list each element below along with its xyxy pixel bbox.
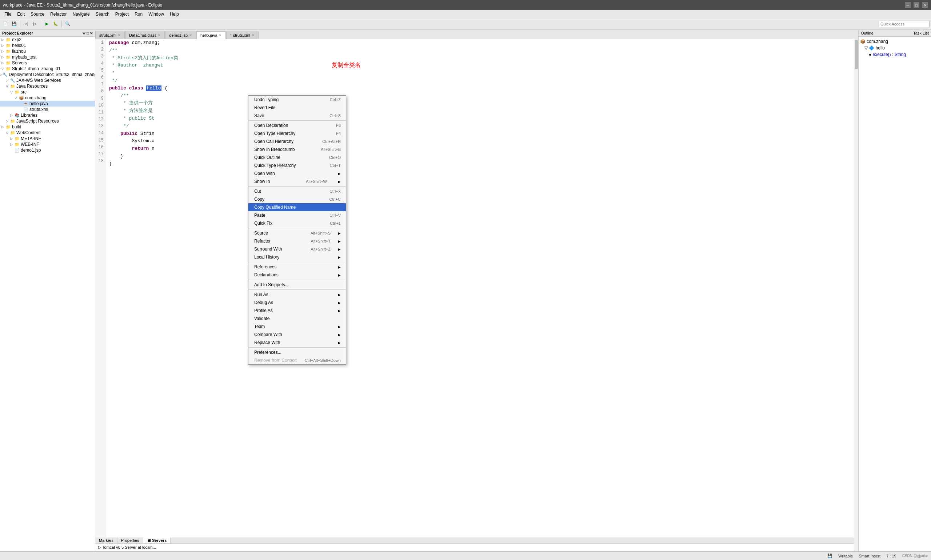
forward-button[interactable]: ▷ bbox=[31, 20, 39, 28]
ctx-open-call-hierarchy[interactable]: Open Call Hierarchy Ctrl+Alt+H bbox=[248, 137, 346, 145]
tree-item-demo1jsp[interactable]: ▷ 📄 demo1.jsp bbox=[0, 147, 95, 153]
ctx-copy[interactable]: Copy Ctrl+C bbox=[248, 195, 346, 203]
tab-struts-xml-modified[interactable]: * struts.xml ✕ bbox=[226, 31, 259, 39]
ctx-undo-typing[interactable]: Undo Typing Ctrl+Z bbox=[248, 95, 346, 104]
menu-source[interactable]: Source bbox=[28, 11, 47, 17]
ctx-source[interactable]: Source Alt+Shift+S ▶ bbox=[248, 229, 346, 237]
ctx-open-type-hierarchy[interactable]: Open Type Hierarchy F4 bbox=[248, 129, 346, 137]
tree-item-jsresources[interactable]: ▷ 📁 JavaScript Resources bbox=[0, 118, 95, 124]
tree-item-java-resources[interactable]: ▽ 📁 Java Resources bbox=[0, 83, 95, 89]
tree-item-jaxws[interactable]: ▷ 🔧 JAX-WS Web Services bbox=[0, 77, 95, 83]
save-button[interactable]: 💾 bbox=[10, 20, 18, 28]
tab-datacrud[interactable]: DataCrud.class ✕ bbox=[125, 31, 165, 39]
menu-help[interactable]: Help bbox=[167, 11, 182, 17]
tree-item-metainf[interactable]: ▷ 📁 META-INF bbox=[0, 135, 95, 142]
ctx-validate[interactable]: Validate bbox=[248, 315, 346, 323]
maximize-button[interactable]: □ bbox=[914, 2, 919, 8]
tree-item-deployment[interactable]: ▷ 🔧 Deployment Descriptor: Struts2_ithma… bbox=[0, 72, 95, 77]
run-button[interactable]: ▶ bbox=[43, 20, 51, 28]
close-button[interactable]: ✕ bbox=[922, 2, 928, 8]
explorer-tree[interactable]: ▷ 📁 exp2 ▷ 📁 hello01 ▷ 📁 liuzhou ▷ 📁 my bbox=[0, 37, 95, 551]
outline-class[interactable]: ▽ 🔷 hello bbox=[860, 45, 929, 51]
ctx-run-as[interactable]: Run As ▶ bbox=[248, 291, 346, 298]
outline-task-list[interactable]: Task List bbox=[913, 31, 929, 35]
ctx-show-in-breadcrumb[interactable]: Show in Breadcrumb Alt+Shift+B bbox=[248, 145, 346, 154]
bottom-panel-wrapper: Markers Properties 🖥 Servers ▷ Tomcat v8… bbox=[95, 537, 854, 551]
menu-edit[interactable]: Edit bbox=[14, 11, 28, 17]
tree-item-build[interactable]: ▷ 📁 build bbox=[0, 124, 95, 130]
ctx-open-with[interactable]: Open With ▶ bbox=[248, 169, 346, 177]
tree-item-webinf[interactable]: ▷ 📁 WEB-INF bbox=[0, 142, 95, 147]
ctx-surround-with[interactable]: Surround With Alt+Shift+Z ▶ bbox=[248, 245, 346, 253]
tree-item-webcontent[interactable]: ▽ 📁 WebContent bbox=[0, 130, 95, 135]
ctx-paste[interactable]: Paste Ctrl+V bbox=[248, 211, 346, 219]
tab-close-icon[interactable]: ✕ bbox=[158, 34, 161, 37]
tab-close-icon[interactable]: ✕ bbox=[118, 34, 121, 37]
menu-file[interactable]: File bbox=[2, 11, 14, 17]
vertical-scrollbar[interactable] bbox=[854, 39, 858, 551]
minimize-button[interactable]: ─ bbox=[905, 2, 911, 8]
tree-item-mybatis[interactable]: ▷ 📁 mybatis_test bbox=[0, 54, 95, 60]
menu-project[interactable]: Project bbox=[112, 11, 132, 17]
tab-hellojava[interactable]: hello.java ✕ bbox=[196, 31, 225, 39]
tab-close-icon[interactable]: ✕ bbox=[252, 34, 255, 37]
tab-demo1jsp[interactable]: demo1.jsp ✕ bbox=[165, 31, 196, 39]
ctx-show-in[interactable]: Show In Alt+Shift+W ▶ bbox=[248, 177, 346, 185]
ctx-quick-outline[interactable]: Quick Outline Ctrl+O bbox=[248, 154, 346, 162]
menu-search[interactable]: Search bbox=[93, 11, 112, 17]
tree-label: src bbox=[21, 89, 26, 95]
tree-item-liuzhou[interactable]: ▷ 📁 liuzhou bbox=[0, 48, 95, 54]
tree-item-hellojava[interactable]: ▷ ☕ hello.java bbox=[0, 101, 95, 106]
ctx-local-history[interactable]: Local History ▶ bbox=[248, 253, 346, 261]
ctx-references[interactable]: References ▶ bbox=[248, 263, 346, 271]
tab-close-icon[interactable]: ✕ bbox=[189, 34, 192, 37]
ctx-replace-with[interactable]: Replace With ▶ bbox=[248, 338, 346, 346]
tree-item-src[interactable]: ▽ 📁 src bbox=[0, 89, 95, 95]
tree-item-struts2[interactable]: ▽ 📁 Struts2_ithma_zhang_01 bbox=[0, 66, 95, 72]
expand-arrow[interactable]: ▷ bbox=[2, 38, 6, 42]
ctx-debug-as[interactable]: Debug As ▶ bbox=[248, 298, 346, 306]
tree-label: liuzhou bbox=[12, 49, 26, 54]
code-line-6: */ bbox=[109, 77, 851, 85]
ctx-quick-fix[interactable]: Quick Fix Ctrl+1 bbox=[248, 219, 346, 227]
ctx-compare-with[interactable]: Compare With ▶ bbox=[248, 331, 346, 338]
tree-item-strutsxml[interactable]: ▷ 📄 struts.xml bbox=[0, 106, 95, 112]
menu-run[interactable]: Run bbox=[132, 11, 145, 17]
tree-item-libraries[interactable]: ▷ 📚 Libraries bbox=[0, 112, 95, 118]
server-item[interactable]: ▷ Tomcat v8.5 Server at localh... bbox=[98, 545, 851, 550]
quick-access-input[interactable] bbox=[879, 21, 929, 27]
outline-method[interactable]: ● execute() : String bbox=[860, 51, 929, 58]
ctx-revert-file[interactable]: Revert File bbox=[248, 104, 346, 112]
new-button[interactable]: 📄 bbox=[2, 20, 9, 28]
tree-label: WebContent bbox=[16, 130, 41, 135]
tab-properties[interactable]: Properties bbox=[117, 537, 143, 543]
back-button[interactable]: ◁ bbox=[22, 20, 30, 28]
search-button[interactable]: 🔍 bbox=[64, 20, 72, 28]
ctx-open-declaration[interactable]: Open Declaration F3 bbox=[248, 122, 346, 129]
ctx-save[interactable]: Save Ctrl+S bbox=[248, 112, 346, 120]
ctx-add-to-snippets[interactable]: Add to Snippets... bbox=[248, 281, 346, 289]
tab-markers[interactable]: Markers bbox=[95, 537, 117, 543]
menu-refactor[interactable]: Refactor bbox=[47, 11, 69, 17]
tab-struts-xml[interactable]: struts.xml ✕ bbox=[95, 31, 125, 39]
outline-package[interactable]: 📦 com.zhang bbox=[860, 38, 929, 45]
tab-close-icon[interactable]: ✕ bbox=[219, 34, 222, 37]
ctx-team[interactable]: Team ▶ bbox=[248, 323, 346, 331]
tab-servers[interactable]: 🖥 Servers bbox=[143, 537, 171, 543]
ctx-cut[interactable]: Cut Ctrl+X bbox=[248, 187, 346, 195]
editor-content[interactable]: 复制全类名 12345 678910 1112131415 161718 pac… bbox=[95, 39, 854, 537]
ctx-copy-qualified-name[interactable]: Copy Qualified Name bbox=[248, 203, 346, 211]
debug-button[interactable]: 🐛 bbox=[52, 20, 60, 28]
ctx-refactor[interactable]: Refactor Alt+Shift+T ▶ bbox=[248, 237, 346, 245]
tree-item-comzhang[interactable]: ▽ 📦 com.zhang bbox=[0, 95, 95, 101]
ctx-preferences[interactable]: Preferences... bbox=[248, 348, 346, 356]
ctx-quick-type-hierarchy[interactable]: Quick Type Hierarchy Ctrl+T bbox=[248, 162, 346, 169]
tree-item-servers[interactable]: ▷ 📁 Servers bbox=[0, 60, 95, 66]
ctx-declarations[interactable]: Declarations ▶ bbox=[248, 271, 346, 279]
ctx-profile-as[interactable]: Profile As ▶ bbox=[248, 306, 346, 315]
tree-item-exp2[interactable]: ▷ 📁 exp2 bbox=[0, 37, 95, 43]
tree-label: WEB-INF bbox=[21, 142, 39, 147]
menu-navigate[interactable]: Navigate bbox=[69, 11, 92, 17]
menu-window[interactable]: Window bbox=[145, 11, 167, 17]
tree-item-hello01[interactable]: ▷ 📁 hello01 bbox=[0, 43, 95, 48]
